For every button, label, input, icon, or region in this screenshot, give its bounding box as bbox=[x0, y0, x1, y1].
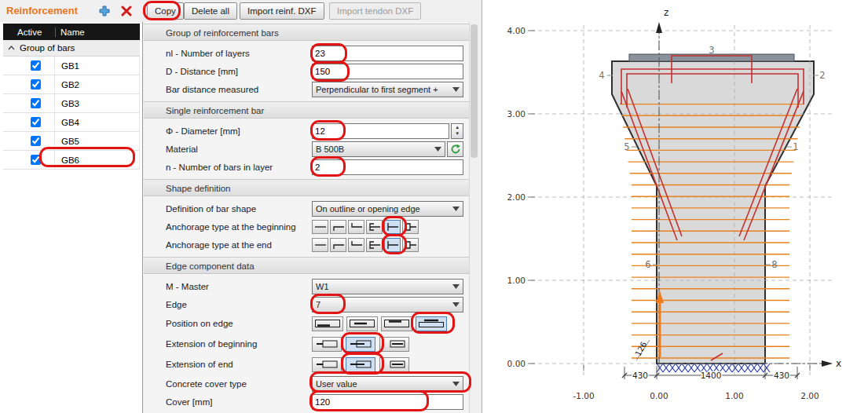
delete-button[interactable] bbox=[117, 2, 136, 19]
anchorage-begin-option-3[interactable] bbox=[348, 220, 364, 234]
anchorage-begin-option-5[interactable] bbox=[384, 220, 401, 234]
bar-distance-label: Bar distance measured bbox=[166, 85, 312, 94]
position-on-edge-option-3[interactable] bbox=[381, 316, 412, 331]
row-name[interactable]: GB1 bbox=[55, 57, 140, 75]
tree-group-row[interactable]: Group of bars bbox=[3, 40, 140, 57]
edge-number-4: 4 bbox=[599, 70, 604, 81]
cover-type-dropdown[interactable]: User value bbox=[312, 376, 463, 392]
row-checkbox[interactable] bbox=[31, 117, 41, 127]
tree-row-gb6[interactable]: GB6 bbox=[3, 151, 140, 170]
section-single-bar: Single reinforcement bar bbox=[144, 101, 469, 119]
tree-group-label: Group of bars bbox=[20, 43, 75, 53]
scrollbar-thumb[interactable] bbox=[471, 24, 478, 158]
diameter-spinner[interactable]: ▲▼ bbox=[451, 123, 463, 139]
chevron-down-icon bbox=[431, 147, 441, 152]
import-tendon-dxf-button: Import tendon DXF bbox=[329, 2, 421, 20]
tree-header: Active Name bbox=[3, 24, 140, 40]
column-header-name: Name bbox=[55, 27, 140, 37]
diameter-input[interactable] bbox=[312, 123, 449, 139]
import-reinf-dxf-button[interactable]: Import reinf. DXF bbox=[240, 2, 324, 20]
anchorage-end-option-1[interactable] bbox=[312, 238, 328, 252]
edge-dropdown[interactable]: 7 bbox=[312, 297, 463, 312]
tree-row-gb3[interactable]: GB3 bbox=[3, 94, 140, 113]
distance-label: D - Distance [mm] bbox=[166, 67, 312, 76]
x-axis-arrow bbox=[822, 360, 833, 367]
material-label: Material bbox=[166, 144, 312, 154]
extension-end-label: Extension of end bbox=[166, 360, 312, 369]
extension-begin-option-1[interactable] bbox=[312, 337, 342, 352]
drawing-canvas[interactable]: z x 126 430 1400 430 bbox=[482, 0, 868, 413]
tree-row-gb4[interactable]: GB4 bbox=[3, 113, 140, 132]
edge-number-2: 2 bbox=[819, 70, 825, 81]
extension-begin-option-2[interactable] bbox=[346, 337, 375, 352]
z-tick-0: 0.00 bbox=[507, 359, 526, 368]
extension-end-option-1[interactable] bbox=[312, 357, 342, 372]
extension-begin-option-3[interactable] bbox=[379, 337, 409, 352]
anchorage-end-option-5[interactable] bbox=[384, 238, 401, 252]
anchorage-end-label: Anchorage type at the end bbox=[166, 240, 312, 250]
anchorage-end-option-6[interactable] bbox=[402, 238, 419, 252]
copy-button[interactable]: Copy bbox=[147, 2, 184, 20]
plus-icon bbox=[98, 5, 111, 17]
anchorage-end-option-3[interactable] bbox=[348, 238, 364, 252]
row-checkbox[interactable] bbox=[31, 155, 41, 165]
n-bars-input[interactable] bbox=[312, 159, 463, 175]
cover-input[interactable] bbox=[312, 394, 463, 410]
z-axis-label: z bbox=[664, 7, 668, 18]
z-tick-2: 2.00 bbox=[507, 192, 526, 202]
tree-row-gb5[interactable]: GB5 bbox=[3, 132, 140, 151]
z-tick-4: 4.00 bbox=[507, 26, 526, 35]
position-on-edge-option-1[interactable] bbox=[312, 316, 343, 331]
anchorage-begin-option-1[interactable] bbox=[312, 220, 328, 234]
tree-row-gb2[interactable]: GB2 bbox=[3, 75, 140, 94]
row-name[interactable]: GB3 bbox=[55, 94, 140, 112]
row-checkbox[interactable] bbox=[31, 60, 41, 71]
bar-shape-dropdown[interactable]: On outline or opening edge bbox=[312, 201, 463, 217]
row-name[interactable]: GB5 bbox=[55, 132, 140, 150]
distance-input[interactable] bbox=[312, 64, 463, 79]
material-refresh-button[interactable] bbox=[447, 141, 463, 157]
material-dropdown[interactable]: B 500B bbox=[312, 141, 445, 157]
extension-begin-label: Extension of beginning bbox=[166, 339, 312, 349]
anchorage-end-option-4[interactable] bbox=[366, 238, 383, 252]
vertical-scrollbar[interactable] bbox=[469, 22, 478, 413]
extension-end-option-3[interactable] bbox=[379, 357, 409, 372]
master-dropdown[interactable]: W1 bbox=[312, 279, 463, 294]
section-group-of-bars: Group of reinforcement bars bbox=[144, 24, 469, 41]
cover-type-label: Concrete cover type bbox=[166, 379, 312, 389]
extension-end-option-2[interactable] bbox=[346, 357, 375, 372]
row-checkbox[interactable] bbox=[31, 79, 41, 90]
property-panel: Group of reinforcement bars nl - Number … bbox=[144, 22, 469, 413]
anchorage-begin-option-4[interactable] bbox=[366, 220, 383, 234]
row-checkbox[interactable] bbox=[31, 136, 41, 146]
anchorage-begin-option-6[interactable] bbox=[402, 220, 419, 234]
dim-430-right: 430 bbox=[774, 371, 789, 380]
x-axis-label: x bbox=[836, 358, 841, 369]
n-bars-label: n - Number of bars in layer bbox=[166, 163, 312, 172]
position-on-edge-option-2[interactable] bbox=[346, 316, 378, 331]
reinforcement-tree: Active Name Group of bars GB1 GB2 GB3 bbox=[3, 24, 140, 170]
position-on-edge-option-4[interactable] bbox=[416, 316, 447, 331]
chevron-down-icon bbox=[449, 382, 460, 386]
add-button[interactable] bbox=[95, 2, 114, 19]
tree-row-gb1[interactable]: GB1 bbox=[3, 57, 140, 75]
row-name[interactable]: GB4 bbox=[55, 113, 140, 131]
structure-drawing: z x 126 430 1400 430 bbox=[482, 0, 868, 413]
z-tick-3: 3.00 bbox=[507, 109, 526, 119]
bar-shape-label: Definition of bar shape bbox=[166, 204, 312, 214]
z-axis-arrow bbox=[656, 22, 662, 33]
delete-all-button[interactable]: Delete all bbox=[184, 2, 237, 20]
nl-input[interactable] bbox=[312, 46, 463, 61]
x-tick-1: 1.00 bbox=[725, 391, 743, 400]
column-outline bbox=[612, 61, 814, 364]
x-tick-0: 0.00 bbox=[650, 391, 668, 400]
row-name[interactable]: GB2 bbox=[55, 75, 140, 93]
anchorage-begin-option-2[interactable] bbox=[330, 220, 346, 234]
row-name[interactable]: GB6 bbox=[55, 151, 140, 169]
chevron-down-icon bbox=[449, 87, 460, 92]
bar-distance-dropdown[interactable]: Perpendicular to first segment + bbox=[312, 82, 463, 97]
row-checkbox[interactable] bbox=[31, 98, 41, 108]
anchorage-end-option-2[interactable] bbox=[330, 238, 346, 252]
master-label: M - Master bbox=[166, 282, 312, 291]
anchorage-begin-label: Anchorage type at the beginning bbox=[166, 222, 312, 232]
